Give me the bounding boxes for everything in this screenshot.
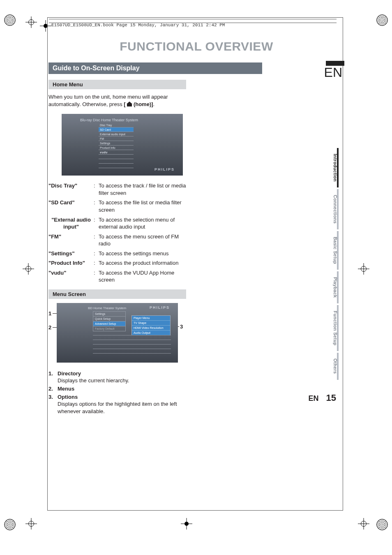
side-tabs: IntroductionConnectionsBasic SetupPlayba…: [333, 148, 344, 382]
legend-item: 3.OptionsDisplays options for the highli…: [48, 393, 186, 415]
definition-term: "vudu": [48, 269, 94, 284]
page-footer: EN 15: [309, 393, 337, 403]
home-button-ref: [ (home)]: [124, 101, 153, 107]
definition-desc: To access the selection menu of external…: [99, 216, 186, 231]
definition-desc: To access the VUDU App Home screen: [99, 269, 186, 284]
definition-desc: To access the menu screen of FM radio: [99, 233, 186, 247]
callout-1: 1: [48, 310, 51, 317]
footer-page: 15: [326, 393, 336, 403]
home-icon: [127, 102, 132, 106]
brand-label: PHILIPS: [150, 305, 170, 310]
registration-mark: [25, 518, 37, 530]
menu-screen-screenshot: BD Home Theater System PHILIPS SettingsQ…: [57, 303, 178, 363]
definition-row: "SD Card":To access the file list or med…: [48, 199, 186, 213]
menu-right-item: TV Shape: [132, 321, 170, 326]
menu-screen-figure: 1 2 3 BD Home Theater System PHILIPS Set…: [48, 303, 186, 363]
definition-colon: :: [94, 216, 99, 231]
side-tab: Function Setup: [333, 305, 338, 351]
running-head-text: E1S07UD_E1S08UD_EN.book Page 15 Monday, …: [51, 23, 225, 28]
home-menu-item: vudu: [99, 150, 134, 155]
home-menu-item: FM: [99, 136, 134, 141]
home-menu-item: Product Info: [99, 146, 134, 150]
definition-row: "vudu":To access the VUDU App Home scree…: [48, 269, 186, 284]
definition-colon: :: [94, 250, 99, 257]
menu-right-item: HDMI Video Resolution: [132, 326, 170, 331]
side-tab: Introduction: [333, 148, 338, 187]
screenshot-crumb: BD Home Theater System: [88, 306, 126, 310]
definition-row: "Disc Tray":To access the track / file l…: [48, 182, 186, 197]
definition-desc: To access the file list or media filter …: [99, 199, 186, 213]
side-tab: Basic Setup: [333, 231, 338, 270]
running-head: E1S07UD_E1S08UD_EN.book Page 15 Monday, …: [51, 23, 225, 28]
side-tab: Connections: [333, 189, 338, 229]
home-menu-item: Disc Tray: [99, 123, 134, 127]
legend-body: Menus: [58, 385, 186, 393]
definition-term: "FM": [48, 233, 94, 247]
screenshot-header: Blu-ray Disc Home Theater System: [80, 118, 138, 122]
home-menu-item: Settings: [99, 141, 134, 146]
printers-mark-tl: [4, 14, 16, 26]
menu-left-item: Advanced Setup: [93, 321, 126, 326]
menu-screen-legend: 1.DirectoryDisplays the current hierarch…: [48, 370, 186, 415]
home-menu-item-empty: [99, 164, 134, 168]
definition-colon: :: [94, 259, 99, 267]
callout-2: 2: [48, 324, 51, 331]
legend-heading: Options: [58, 394, 78, 400]
legend-number: 3.: [48, 393, 58, 415]
brand-label: PHILIPS: [154, 167, 175, 171]
menu-left-item: Quick Setup: [93, 317, 126, 321]
home-menu-items: Disc TraySD CardExternal audio inputFMSe…: [99, 123, 134, 168]
definition-colon: :: [94, 269, 99, 284]
legend-item: 1.DirectoryDisplays the current hierarch…: [48, 370, 186, 384]
home-menu-item-empty: [99, 159, 134, 164]
definition-term: "Settings": [48, 250, 94, 257]
definition-row: "FM":To access the menu screen of FM rad…: [48, 233, 186, 247]
definition-colon: :: [94, 199, 99, 213]
registration-mark: [25, 16, 37, 28]
home-menu-screenshot: Blu-ray Disc Home Theater System Disc Tr…: [62, 114, 183, 176]
definition-term: "Disc Tray": [48, 182, 94, 197]
legend-number: 2.: [48, 385, 58, 393]
section-header: Guide to On-Screen Display: [48, 62, 262, 74]
printers-mark-tr: [376, 14, 388, 26]
page-content: FUNCTIONAL OVERVIEW EN Guide to On-Scree…: [48, 37, 344, 416]
menu-right-item: Player Menu: [132, 316, 170, 321]
menu-right-column: Player MenuTV ShapeHDMI Video Resolution…: [131, 315, 171, 335]
registration-mark: [358, 263, 369, 275]
menu-left-column: SettingsQuick SetupAdvanced SetupFactory…: [93, 311, 126, 331]
legend-body: DirectoryDisplays the current hierarchy.: [58, 370, 186, 384]
legend-body: OptionsDisplays options for the highligh…: [58, 393, 186, 415]
legend-number: 1.: [48, 370, 58, 384]
menu-left-item: Factory Default: [93, 326, 126, 331]
definition-term: "External audio input": [48, 216, 94, 231]
menu-left-header: Settings: [93, 311, 126, 317]
definition-colon: :: [94, 182, 99, 197]
home-menu-intro: When you turn on the unit, home menu wil…: [48, 93, 186, 108]
home-menu-item: SD Card: [99, 127, 134, 132]
menu-empty-rows: [93, 335, 171, 358]
registration-mark: [23, 263, 34, 275]
legend-heading: Menus: [58, 386, 74, 392]
definition-desc: To access the settings menus: [99, 250, 186, 257]
legend-desc: Displays the current hierarchy.: [58, 377, 186, 384]
printers-mark-br: [376, 519, 388, 530]
printers-mark-bl: [4, 519, 16, 530]
side-tab: Others: [333, 353, 338, 379]
definition-desc: To access the track / file list or media…: [99, 182, 186, 197]
home-menu-item: External audio input: [99, 132, 134, 136]
side-tab: Playback: [333, 271, 338, 303]
legend-item: 2.Menus: [48, 385, 186, 393]
definition-term: "Product Info": [48, 259, 94, 267]
definition-row: "Settings":To access the settings menus: [48, 250, 186, 257]
footer-lang: EN: [309, 394, 319, 403]
page-title: FUNCTIONAL OVERVIEW: [48, 39, 344, 53]
registration-mark: [358, 518, 369, 530]
legend-heading: Directory: [58, 370, 81, 377]
definition-row: "External audio input":To access the sel…: [48, 216, 186, 231]
home-menu-heading: Home Menu: [48, 80, 186, 89]
definition-desc: To access the product information: [99, 259, 186, 267]
definition-colon: :: [94, 233, 99, 247]
menu-right-item: Audio Output: [132, 331, 170, 335]
callout-3: 3: [180, 324, 183, 330]
menu-screen-heading: Menu Screen: [48, 289, 186, 299]
